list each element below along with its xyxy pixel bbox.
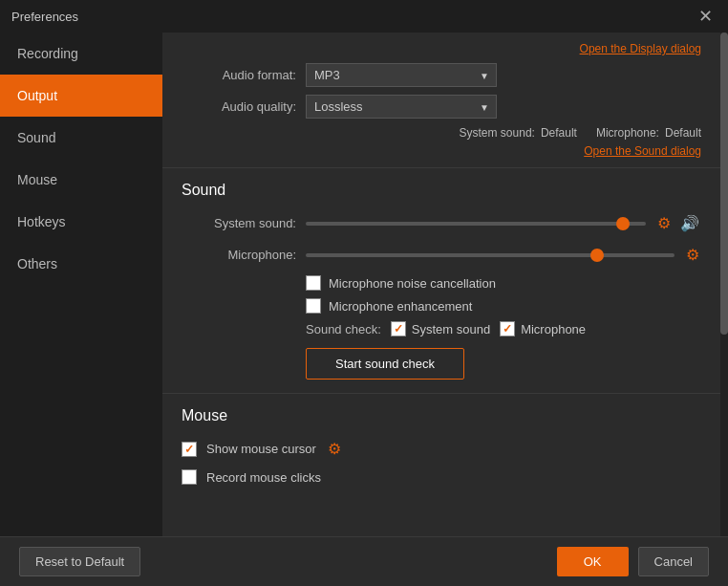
noise-cancellation-row: Microphone noise cancellation xyxy=(306,275,701,291)
microphone-check-option[interactable]: ✓ Microphone xyxy=(500,321,586,336)
scrollbar[interactable] xyxy=(720,33,728,536)
main-panel: Open the Display dialog Audio format: MP… xyxy=(162,33,720,536)
output-section: Open the Display dialog Audio format: MP… xyxy=(162,33,720,168)
microphone-info-value: Default xyxy=(665,126,701,140)
system-sound-info: System sound: Default xyxy=(460,126,577,140)
system-sound-check-label: System sound xyxy=(412,322,490,336)
checkmark-icon: ✓ xyxy=(394,322,403,336)
mouse-section: Mouse ✓ Show mouse cursor ⚙ Record mouse… xyxy=(162,394,720,508)
sound-section-title: Sound xyxy=(182,182,701,199)
record-clicks-checkbox[interactable] xyxy=(182,469,197,485)
microphone-slider-row: Microphone: ⚙ xyxy=(182,244,701,266)
cancel-button[interactable]: Cancel xyxy=(638,547,709,576)
footer-actions: OK Cancel xyxy=(557,547,709,576)
enhancement-checkbox[interactable] xyxy=(306,298,321,314)
sidebar-item-recording[interactable]: Recording xyxy=(0,33,162,75)
mouse-section-title: Mouse xyxy=(182,407,701,424)
content-area: Recording Output Sound Mouse Hotkeys Oth… xyxy=(0,33,728,536)
audio-quality-select[interactable]: Lossless High Medium Low xyxy=(306,95,497,119)
noise-cancellation-checkbox[interactable] xyxy=(306,275,321,291)
system-sound-check-option[interactable]: ✓ System sound xyxy=(391,321,490,336)
audio-quality-row: Audio quality: Lossless High Medium Low xyxy=(182,95,701,119)
ok-button[interactable]: OK xyxy=(557,547,629,576)
scrollbar-thumb[interactable] xyxy=(720,33,728,335)
microphone-info: Microphone: Default xyxy=(596,126,701,140)
audio-format-select-wrapper: MP3 AAC OGG FLAC WAV xyxy=(306,63,497,87)
sidebar-item-hotkeys[interactable]: Hotkeys xyxy=(0,201,162,243)
checkmark-icon2: ✓ xyxy=(503,322,512,336)
open-sound-dialog-link[interactable]: Open the Sound dialog xyxy=(584,144,701,158)
microphone-gear-icon[interactable]: ⚙ xyxy=(684,244,701,266)
system-sound-gear-icon[interactable]: ⚙ xyxy=(655,212,673,234)
audio-quality-label: Audio quality: xyxy=(182,99,296,114)
microphone-check-label: Microphone xyxy=(521,322,586,336)
show-cursor-gear-icon[interactable]: ⚙ xyxy=(326,438,343,460)
noise-cancellation-label: Microphone noise cancellation xyxy=(329,276,496,291)
enhancement-label: Microphone enhancement xyxy=(329,299,472,314)
enhancement-row: Microphone enhancement xyxy=(306,298,701,314)
start-sound-check-button[interactable]: Start sound check xyxy=(306,348,464,380)
close-button[interactable]: ✕ xyxy=(695,6,717,27)
system-sound-icons: ⚙ 🔊 xyxy=(655,212,701,234)
system-sound-slider-label: System sound: xyxy=(182,216,296,230)
show-cursor-checkbox[interactable]: ✓ xyxy=(182,442,197,457)
reset-to-default-button[interactable]: Reset to Default xyxy=(19,547,140,576)
microphone-check-checkbox[interactable]: ✓ xyxy=(500,321,515,336)
record-clicks-row: Record mouse clicks xyxy=(182,469,701,485)
window-title: Preferences xyxy=(11,10,78,24)
footer: Reset to Default OK Cancel xyxy=(0,536,728,586)
sidebar-item-others[interactable]: Others xyxy=(0,243,162,285)
sidebar-item-output[interactable]: Output xyxy=(0,75,162,117)
microphone-icons: ⚙ xyxy=(684,244,701,266)
sidebar-item-sound[interactable]: Sound xyxy=(0,117,162,159)
sidebar-item-mouse[interactable]: Mouse xyxy=(0,159,162,201)
audio-format-label: Audio format: xyxy=(182,68,296,82)
microphone-info-label: Microphone: xyxy=(596,126,659,140)
sidebar: Recording Output Sound Mouse Hotkeys Oth… xyxy=(0,33,162,536)
system-sound-slider[interactable] xyxy=(306,222,646,226)
audio-format-row: Audio format: MP3 AAC OGG FLAC WAV xyxy=(182,63,701,87)
system-sound-slider-row: System sound: ⚙ 🔊 xyxy=(182,212,701,234)
system-sound-info-value: Default xyxy=(541,126,577,140)
system-sound-speaker-icon[interactable]: 🔊 xyxy=(678,212,701,234)
open-display-dialog-link[interactable]: Open the Display dialog xyxy=(182,42,701,55)
system-sound-info-label: System sound: xyxy=(460,126,535,140)
show-cursor-row: ✓ Show mouse cursor ⚙ xyxy=(182,438,701,460)
title-bar: Preferences ✕ xyxy=(0,0,728,33)
record-clicks-label: Record mouse clicks xyxy=(206,470,321,485)
show-cursor-label: Show mouse cursor xyxy=(206,442,316,456)
sound-info-row: System sound: Default Microphone: Defaul… xyxy=(182,126,701,140)
microphone-slider[interactable] xyxy=(306,253,674,257)
preferences-window: Preferences ✕ Recording Output Sound Mou… xyxy=(0,0,728,586)
microphone-slider-label: Microphone: xyxy=(182,248,296,262)
sound-check-label: Sound check: xyxy=(306,322,381,336)
sound-check-row: Sound check: ✓ System sound ✓ Microphone xyxy=(306,321,701,336)
audio-format-select[interactable]: MP3 AAC OGG FLAC WAV xyxy=(306,63,497,87)
system-sound-check-checkbox[interactable]: ✓ xyxy=(391,321,406,336)
sound-section: Sound System sound: ⚙ 🔊 Microphone: ⚙ xyxy=(162,168,720,394)
audio-quality-select-wrapper: Lossless High Medium Low xyxy=(306,95,497,119)
show-cursor-checkmark: ✓ xyxy=(184,443,194,456)
